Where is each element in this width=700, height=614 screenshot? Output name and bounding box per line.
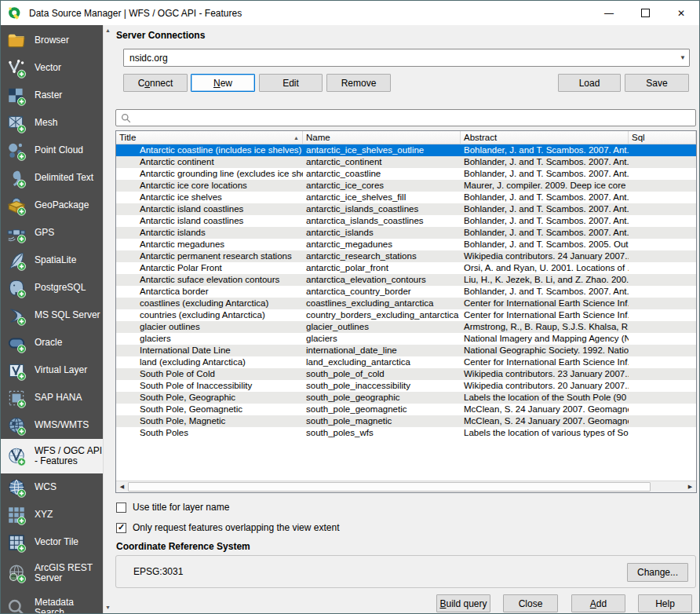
sidebar-item-point-cloud[interactable]: Point Cloud [1,137,103,164]
scroll-down-icon[interactable]: ▼ [104,603,112,612]
table-row[interactable]: Antarctic island coastlinesantarctica_is… [116,215,696,227]
edit-button[interactable]: Edit [259,74,323,92]
cell-sql [629,356,696,368]
crs-change-button[interactable]: Change... [627,563,688,582]
build-query-button[interactable]: Build query [436,594,490,612]
table-row[interactable]: glaciersglaciersNational Imagery and Map… [116,333,696,345]
sidebar-item-wfs-ogc-api-features[interactable]: WFS / OGC API - Features [1,439,103,473]
table-row[interactable]: Antarctic Polar Frontantarctic_polar_fro… [116,262,696,274]
sidebar-item-arcgis-rest-server[interactable]: ArcGIS REST Server [1,556,103,590]
scroll-up-icon[interactable]: ▲ [104,26,112,35]
sidebar-item-raster[interactable]: Raster [1,82,103,109]
table-row[interactable]: South Pole of Inaccessibilitysouth_pole_… [116,380,696,392]
table-row[interactable]: Antarctic suface elevation contoursantar… [116,274,696,286]
overlap-extent-checkbox-row[interactable]: ✓ Only request features overlapping the … [116,522,339,533]
table-row[interactable]: Antarctic islandsantarctic_islandsBohlan… [116,227,696,239]
layers-table: Title▲NameAbstractSql Antarctic coastlin… [115,130,697,493]
cell-abstract: Center for International Earth Science I… [461,298,629,309]
add-button[interactable]: Add [571,594,625,612]
sidebar-item-geopackage[interactable]: GeoPackage [1,192,103,219]
column-header-name[interactable]: Name [303,131,461,144]
use-title-checkbox[interactable]: ✓ [116,503,126,513]
sidebar-item-xyz[interactable]: XYZ [1,501,103,528]
sidebar-item-label: Virtual Layer [35,365,103,375]
cell-name: antarctic_islands_coastlines [303,203,461,215]
window-title: Data Source Manager | WFS / OGC API - Fe… [29,8,242,19]
vector-tile-icon [6,532,27,553]
close-window-button[interactable]: ✕ [663,1,699,25]
cell-name: antarctica_country_border [303,286,461,298]
save-button[interactable]: Save [625,74,689,92]
column-header-title[interactable]: Title▲ [116,131,303,144]
table-row[interactable]: Antarctic continentantarctic_continentBo… [116,156,696,168]
sidebar-item-mesh[interactable]: Mesh [1,109,103,137]
new-button[interactable]: New [191,74,255,92]
table-row[interactable]: coastlines (excluding Antarctica)coastli… [116,298,696,309]
close-button[interactable]: Close [503,594,558,612]
sidebar-item-vector-tile[interactable]: Vector Tile [1,528,103,556]
remove-button[interactable]: Remove [326,74,391,92]
scroll-left-icon[interactable]: ◀ [116,484,128,490]
sidebar-item-postgresql[interactable]: PostgreSQL [1,274,103,302]
sidebar-item-gps[interactable]: GPS [1,219,103,247]
cell-name: country_borders_excluding_antarctica [303,309,461,321]
table-row[interactable]: Antarctica borderantarctica_country_bord… [116,286,696,298]
sidebar-item-wcs[interactable]: WCS [1,473,103,501]
cell-abstract: Center for International Earth Science I… [461,356,629,368]
cell-title: Antarctic island coastlines [116,203,303,215]
table-row[interactable]: Antarctic island coastlinesantarctic_isl… [116,203,696,215]
overlap-extent-checkbox[interactable]: ✓ [116,523,126,533]
table-row[interactable]: Antarctic megadunesantarctic_megadunesBo… [116,239,696,250]
table-row[interactable]: Antarctic grounding line (excludes ice s… [116,168,696,180]
sidebar-scrollbar[interactable]: ▲ ▼ [103,25,112,613]
wcs-icon [6,477,27,498]
help-button[interactable]: Help [638,594,692,612]
cell-title: South Pole, Geomagnetic [116,404,303,415]
cell-name: antarctic_coastline [303,168,461,180]
use-title-checkbox-row[interactable]: ✓ Use title for layer name [116,502,229,513]
load-button[interactable]: Load [558,74,621,92]
virtual-layer-icon [6,360,27,381]
minimize-button[interactable]: — [591,1,627,25]
table-row[interactable]: Antarctic permanent research stationsant… [116,250,696,262]
scrollbar-thumb[interactable] [128,482,651,492]
sidebar-item-vector[interactable]: Vector [1,54,103,82]
table-row[interactable]: glacier outlinesglacier_outlinesArmstron… [116,321,696,333]
table-row[interactable]: countries (excluding Antarctica)country_… [116,309,696,321]
cell-sql [629,321,696,333]
cell-title: South Poles [116,427,303,439]
search-input[interactable] [136,110,695,126]
sidebar-item-label: Browser [35,35,103,46]
table-row[interactable]: South Pole, Magneticsouth_pole_magneticM… [116,415,696,427]
table-row[interactable]: Antarctic coastline (includes ice shelve… [116,144,696,156]
sidebar-item-metadata-search[interactable]: Metadata Search [1,590,103,613]
table-row[interactable]: Antarctic ice core locationsantarctic_ic… [116,180,696,192]
table-row[interactable]: International Date Lineinternational_dat… [116,345,696,356]
connection-select[interactable]: nsidc.org ▼ [123,49,690,67]
sidebar-item-ms-sql-server[interactable]: MS SQL Server [1,302,103,329]
cell-title: South Pole, Magnetic [116,415,303,427]
maximize-button[interactable] [627,1,663,25]
sidebar-item-browser[interactable]: Browser [1,27,103,54]
arcgis-icon [6,563,27,583]
column-header-sql[interactable]: Sql [629,131,696,144]
sidebar-item-sap-hana[interactable]: SAP HANA [1,384,103,411]
sidebar-item-delimited-text[interactable]: Delimited Text [1,164,103,192]
cell-abstract: Bohlander, J. and T. Scambos. 2007. Ant.… [461,168,629,180]
sidebar-item-label: XYZ [35,510,103,520]
table-row[interactable]: South Pole of Coldsouth_pole_of_coldWiki… [116,368,696,380]
table-row[interactable]: South Polessouth_poles_wfsLabels the loc… [116,427,696,439]
table-row[interactable]: Antarctic ice shelvesantarctic_ice_shelv… [116,192,696,203]
scroll-right-icon[interactable]: ▶ [684,484,696,490]
sidebar-item-oracle[interactable]: Oracle [1,329,103,356]
sidebar-item-wms-wmts[interactable]: WMS/WMTS [1,411,103,439]
main-panel: Server Connections nsidc.org ▼ Connect N… [112,25,700,613]
table-row[interactable]: South Pole, Geographicsouth_pole_geograp… [116,392,696,404]
sidebar-item-spatialite[interactable]: SpatiaLite [1,247,103,274]
sidebar-item-virtual-layer[interactable]: Virtual Layer [1,356,103,384]
table-row[interactable]: South Pole, Geomagneticsouth_pole_geomag… [116,404,696,415]
table-row[interactable]: land (excluding Antarctica)land_excludin… [116,356,696,368]
column-header-abstract[interactable]: Abstract [461,131,629,144]
horizontal-scrollbar[interactable]: ◀ ▶ [116,481,696,492]
connect-button[interactable]: Connect [123,74,188,92]
